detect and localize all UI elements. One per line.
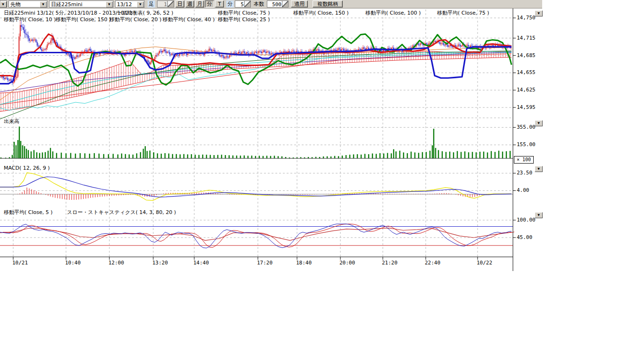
time-tick-label: 10/22 — [477, 260, 492, 266]
minute-value: 5 — [236, 1, 244, 8]
period-button-day[interactable]: 日 — [175, 0, 184, 8]
time-tick-label: 17:20 — [257, 260, 272, 266]
contract-month-value: 13/12 — [117, 1, 132, 8]
time-tick-label: 22:40 — [425, 260, 440, 266]
legend-item: 移動平均( Close, 20 ) — [109, 17, 162, 23]
symbol-value: 日経225mini — [51, 1, 83, 8]
volume-tick-label: 355.00 — [517, 124, 536, 130]
market-category-select[interactable]: 先物 ▼ — [8, 0, 48, 8]
period-button-week[interactable]: 週 — [185, 0, 194, 8]
time-tick-label: 10:40 — [65, 260, 81, 266]
minute-spinner[interactable]: 5 — [235, 0, 251, 8]
stoch-tick-label: 100.00 — [517, 217, 536, 223]
dropdown-arrow-icon[interactable]: ▼ — [0, 1, 7, 8]
legend-item: 移動平均( Close, 150 ) — [293, 10, 349, 16]
chevron-down-icon: ▼ — [537, 121, 540, 124]
dropdown-arrow-icon[interactable]: ▼ — [106, 1, 113, 8]
legend-item: 移動平均( Close, 10 ) — [4, 17, 56, 23]
spin-updown-button[interactable] — [244, 1, 250, 7]
multi-symbol-button[interactable]: 複数銘柄 — [313, 0, 343, 8]
trading-chart-app: ▼ 先物 ▼ 日経225mini ▼ 13/12 ▼ 足 1 日 週 月 分 T… — [0, 0, 644, 362]
time-tick-label: 21:20 — [382, 260, 397, 266]
time-tick-label: 12:00 — [108, 260, 124, 266]
volume-multiplier-box: × 100 — [514, 156, 534, 164]
price-tick-label: 14,595 — [517, 105, 536, 110]
spin-updown-button[interactable] — [282, 1, 288, 7]
dropdown-arrow-icon[interactable]: ▼ — [40, 1, 47, 8]
stochastics-panel-label: スロー・ストキャスティクス( 14, 3, 80, 20 ) — [67, 210, 176, 215]
stoch-panel-menu-button[interactable]: ▼ — [535, 212, 543, 218]
chevron-down-icon: ▼ — [537, 11, 540, 15]
bars-count-value: 500 — [268, 1, 281, 8]
bar-interval-value: 1 — [158, 1, 167, 8]
time-tick-label: 14:40 — [193, 260, 209, 266]
bars-count-spinner[interactable]: 500 — [267, 0, 289, 8]
price-tick-label: 14,715 — [517, 35, 536, 41]
market-category-value: 先物 — [10, 1, 21, 8]
bar-interval-spinner: 1 — [157, 0, 174, 8]
legend-item: 日経225mini 13/12( 5分, 2013/10/18 - 2013/1… — [4, 10, 136, 16]
chart-canvas — [0, 0, 644, 362]
volume-panel-menu-button[interactable]: ▼ — [535, 120, 543, 126]
legend-item: 移動平均( Close, 25 ) — [218, 17, 270, 23]
macd-tick-label: 23.50 — [517, 170, 532, 176]
legend-item: 移動平均( Close, 75 ) — [218, 10, 270, 16]
symbol-select[interactable]: 日経225mini ▼ — [49, 0, 114, 8]
chevron-down-icon: ▼ — [537, 213, 540, 216]
time-tick-label: 10/21 — [12, 260, 28, 266]
period-button-tick[interactable]: T — [215, 0, 224, 8]
time-tick-label: 13:20 — [152, 260, 168, 266]
time-tick-label: 20:00 — [339, 260, 355, 266]
contract-month-select[interactable]: 13/12 ▼ — [115, 0, 145, 8]
left-combobox-stub[interactable]: ▼ — [0, 0, 7, 8]
spin-updown-button — [167, 1, 173, 7]
stoch-ma-label: 移動平均( Close, 5 ) — [4, 210, 53, 215]
period-button-minute[interactable]: 分 — [205, 0, 214, 8]
volume-panel-label: 出来高 — [4, 119, 19, 124]
macd-panel-menu-button[interactable]: ▼ — [535, 166, 543, 172]
apply-button[interactable]: 適用 — [291, 0, 308, 8]
price-tick-label: 14,750 — [517, 15, 536, 21]
time-tick-label: 18:40 — [296, 260, 312, 266]
stoch-tick-label: 45.00 — [517, 235, 532, 240]
price-tick-label: 14,685 — [517, 53, 536, 58]
price-tick-label: 14,625 — [517, 87, 536, 93]
legend-item: 移動平均( Close, 150 ) — [56, 17, 111, 23]
dropdown-arrow-icon[interactable]: ▼ — [137, 1, 144, 8]
price-tick-label: 14,655 — [517, 70, 536, 75]
legend-item: 移動平均( Close, 100 ) — [365, 10, 421, 16]
legend-item: 移動平均( Close, 40 ) — [163, 17, 215, 23]
legend-item: 一目均衡表( 9, 26, 52 ) — [117, 10, 173, 16]
bars-count-label: 本数 — [254, 0, 267, 8]
volume-tick-label: 155.00 — [517, 142, 536, 148]
period-button-month[interactable]: 月 — [195, 0, 204, 8]
macd-tick-label: 4.00 — [517, 188, 529, 193]
bar-label: 足 — [148, 0, 155, 8]
chevron-down-icon: ▼ — [537, 167, 540, 170]
toolbar: ▼ 先物 ▼ 日経225mini ▼ 13/12 ▼ 足 1 日 週 月 分 T… — [0, 0, 542, 8]
minute-label: 分 — [226, 0, 234, 8]
macd-panel-label: MACD( 12, 26, 9 ) — [4, 165, 50, 171]
price-panel-menu-button[interactable]: ▼ — [535, 10, 543, 16]
legend-item: 移動平均( Close, 75 ) — [437, 10, 489, 16]
